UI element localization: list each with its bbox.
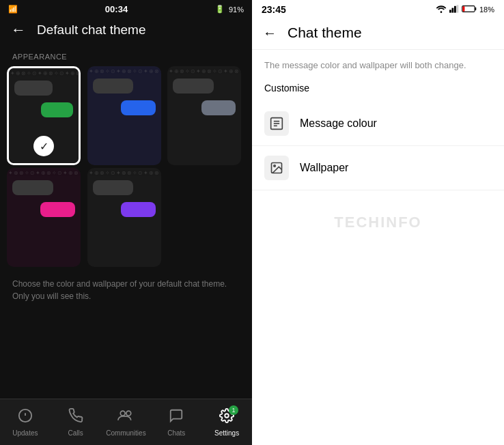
- phone-icon: [68, 408, 83, 427]
- bubble-received-3: [173, 78, 214, 94]
- settings-badge: 1: [229, 405, 238, 415]
- svg-rect-7: [449, 10, 451, 12]
- wallpaper-option[interactable]: Wallpaper: [252, 146, 504, 190]
- message-colour-icon: [264, 111, 289, 136]
- bubble-received-1: [14, 81, 53, 96]
- theme-item-5[interactable]: ✦⊕⊗✧⊙✦⊕⊗✧⊙✦⊕⊗✧⊙✦⊕⊗✧⊙✦⊕⊗✧⊙✦⊕⊗✧⊙✦⊕✦⊕⊗✧⊙✦⊕⊗…: [87, 168, 161, 267]
- chat-bubbles-2: [93, 78, 156, 115]
- right-time: 23:45: [262, 4, 286, 15]
- nav-label-settings: Settings: [214, 429, 239, 437]
- bottom-nav: Updates Calls Communities: [0, 399, 252, 445]
- svg-point-3: [121, 411, 126, 416]
- svg-rect-12: [475, 8, 476, 10]
- chat-bubbles-3: [173, 78, 236, 115]
- chat-bubbles-4: [12, 180, 75, 217]
- svg-point-19: [274, 165, 276, 167]
- footer-note: Choose the color and wallpaper of your d…: [0, 267, 252, 313]
- wifi-icon: 📶: [8, 5, 18, 14]
- bubble-sent-2: [121, 100, 156, 115]
- left-page-title: Default chat theme: [37, 23, 145, 38]
- nav-item-updates[interactable]: Updates: [5, 408, 46, 437]
- signal-icon-right: [449, 5, 459, 14]
- bubble-received-5: [93, 180, 134, 195]
- nav-item-communities[interactable]: Communities: [105, 408, 146, 437]
- left-header: ← Default chat theme: [0, 17, 252, 44]
- selected-check-1: ✓: [33, 136, 54, 156]
- chat-icon: [169, 408, 184, 427]
- chat-bubbles-1: [14, 81, 73, 117]
- svg-rect-9: [454, 6, 456, 13]
- left-status-icons: 📶: [8, 5, 18, 14]
- theme-grid: ✦⊕⊗✧⊙✦⊕⊗✧⊙✦⊕⊗✧⊙✦⊕⊗✧⊙✦⊕⊗✧⊙✦⊕⊗✧⊙✦⊕✦⊕⊗✧⊙✦⊕⊗…: [0, 66, 252, 267]
- wallpaper-label: Wallpaper: [300, 162, 348, 174]
- svg-point-4: [126, 411, 131, 416]
- bubble-sent-1: [41, 102, 73, 117]
- nav-item-calls[interactable]: Calls: [55, 408, 96, 437]
- right-description: The message color and wallpaper will bot…: [252, 50, 504, 78]
- svg-point-5: [225, 414, 229, 418]
- watermark-overlay: TECHINFO: [334, 214, 421, 231]
- right-back-button[interactable]: ←: [263, 25, 277, 41]
- theme-item-2[interactable]: ✦⊕⊗✧⊙✦⊕⊗✧⊙✦⊕⊗✧⊙✦⊕⊗✧⊙✦⊕⊗✧⊙✦⊕⊗✧⊙✦⊕✦⊕⊗✧⊙✦⊕⊗…: [87, 66, 161, 165]
- nav-label-communities: Communities: [106, 429, 145, 437]
- nav-item-settings[interactable]: 1 Settings: [206, 408, 247, 437]
- left-panel: 📶 00:34 🔋 91% ← Default chat theme APPEA…: [0, 0, 252, 445]
- right-status-icons: 18%: [436, 5, 494, 14]
- right-status-bar: 23:45: [252, 0, 504, 18]
- nav-item-chats[interactable]: Chats: [156, 408, 197, 437]
- chat-bubbles-5: [93, 180, 156, 217]
- svg-rect-13: [462, 6, 464, 11]
- bubble-received-2: [93, 78, 134, 94]
- message-colour-label: Message colour: [300, 117, 377, 130]
- right-header: ← Chat theme: [252, 18, 504, 50]
- appearance-label: APPEARANCE: [0, 44, 252, 66]
- wallpaper-icon: [264, 156, 289, 180]
- right-panel: 23:45: [252, 0, 504, 445]
- bubble-sent-3: [201, 100, 236, 115]
- left-battery-icon: 🔋: [215, 5, 225, 14]
- right-page-title: Chat theme: [288, 25, 362, 41]
- settings-icon: 1: [219, 408, 234, 427]
- left-status-bar: 📶 00:34 🔋 91%: [0, 0, 252, 17]
- svg-rect-10: [456, 5, 458, 12]
- nav-label-updates: Updates: [12, 429, 38, 437]
- left-battery-area: 🔋 91%: [215, 5, 244, 14]
- message-colour-option[interactable]: Message colour: [252, 102, 504, 146]
- left-battery-pct: 91%: [229, 5, 244, 14]
- svg-point-6: [440, 11, 443, 13]
- nav-label-chats: Chats: [167, 429, 185, 437]
- nav-label-calls: Calls: [68, 429, 83, 437]
- bubble-sent-4: [40, 202, 75, 217]
- bubble-sent-5: [121, 202, 156, 217]
- theme-item-1[interactable]: ✦⊕⊗✧⊙✦⊕⊗✧⊙✦⊕⊗✧⊙✦⊕⊗✧⊙✦⊕⊗✧⊙✦⊕⊗✧⊙✦⊕✦⊕⊗✧⊙✦⊕⊗…: [7, 66, 81, 165]
- updates-icon: [18, 408, 33, 427]
- bubble-received-4: [12, 180, 53, 195]
- communities-icon: [117, 408, 134, 427]
- theme-item-4[interactable]: ✦⊕⊗✧⊙✦⊕⊗✧⊙✦⊕⊗✧⊙✦⊕⊗✧⊙✦⊕⊗✧⊙✦⊕⊗✧⊙✦⊕✦⊕⊗✧⊙✦⊕⊗…: [7, 168, 81, 267]
- svg-rect-8: [451, 8, 453, 13]
- battery-pct-right: 18%: [479, 5, 494, 14]
- theme-item-3[interactable]: ✦⊕⊗✧⊙✦⊕⊗✧⊙✦⊕⊗✧⊙✦⊕⊗✧⊙✦⊕⊗✧⊙✦⊕⊗✧⊙✦⊕✦⊕⊗✧⊙✦⊕⊗…: [167, 66, 241, 165]
- wifi-icon-right: [436, 5, 447, 14]
- back-button[interactable]: ←: [11, 23, 26, 38]
- customise-label: Customise: [252, 78, 504, 102]
- left-time: 00:34: [105, 4, 128, 14]
- battery-icon-right: [462, 5, 477, 14]
